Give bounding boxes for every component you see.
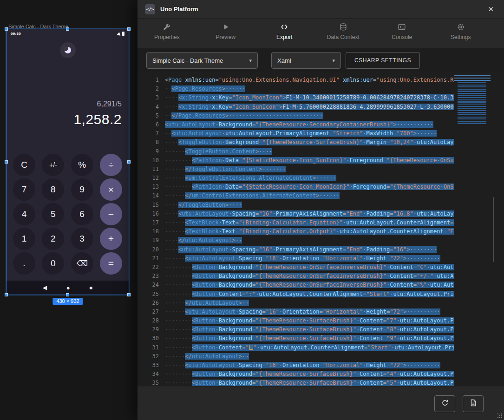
key-decimal[interactable]: . <box>13 252 35 275</box>
code-line[interactable]: 32······</utu:AutoLayout>·· <box>137 352 454 361</box>
tab-data-context[interactable]: Data Context <box>314 23 373 48</box>
code-line[interactable]: 17······<TextBlock·Text="{Binding·Calcul… <box>137 218 454 227</box>
key-8[interactable]: 8 <box>42 178 64 201</box>
code-line[interactable]: 27······<utu:AutoLayout·Spacing="16"·Ori… <box>137 308 454 316</box>
code-line[interactable]: 11······</ToggleButton.Content>······· <box>137 165 454 174</box>
code-line[interactable]: 20····<utu:AutoLayout·Spacing="16"·Prima… <box>137 245 454 254</box>
code-line[interactable]: 21······<utu:AutoLayout·Spacing="16"·Ori… <box>137 254 454 263</box>
tab-console[interactable]: Console <box>373 23 432 48</box>
key-9[interactable]: 9 <box>71 178 93 201</box>
scrollbar-thumb[interactable] <box>493 197 494 262</box>
tab-properties[interactable]: Properties <box>137 23 196 48</box>
selection-handle[interactable] <box>5 27 8 31</box>
code-line[interactable]: 7··<utu:AutoLayout·utu:AutoLayout.Primar… <box>137 129 454 138</box>
code-lines[interactable]: 1<Page xmlns:uen="using:Uno.Extensions.N… <box>137 76 454 387</box>
title-bar: </> Uno Platform ✕ <box>137 0 504 19</box>
code-line[interactable]: 31········<Button·Content=""·utu:AutoLay… <box>137 343 454 352</box>
code-line[interactable]: 15····</ToggleButton>···· <box>137 201 454 210</box>
selection-handle[interactable] <box>127 293 131 296</box>
key-equals[interactable]: = <box>100 252 122 275</box>
key-divide[interactable]: ÷ <box>100 154 122 176</box>
key-2[interactable]: 2 <box>42 228 64 250</box>
key-0[interactable]: 0 <box>42 252 64 275</box>
export-toolbar: Simple Calc - Dark Theme ▾ Xaml ▾ CSHARP… <box>137 48 504 72</box>
key-1[interactable]: 1 <box>13 228 35 250</box>
code-line[interactable]: 19····</utu:AutoLayout>·· <box>137 236 454 245</box>
key-add[interactable]: + <box>100 228 122 250</box>
code-line[interactable]: 28········<Button·Background="{ThemeReso… <box>137 316 454 325</box>
key-3[interactable]: 3 <box>71 228 93 250</box>
key-plusminus[interactable]: +/- <box>42 154 64 176</box>
recents-icon[interactable]: ■ <box>90 285 93 290</box>
minimap[interactable] <box>454 75 491 125</box>
code-line[interactable]: 12······<um:ControlExtensions.AlternateC… <box>137 174 454 183</box>
code-line[interactable]: 34········<Button·Background="{ThemeReso… <box>137 370 454 379</box>
selection-handle[interactable] <box>5 293 8 296</box>
selection-handle[interactable] <box>5 160 8 164</box>
export-file-button[interactable] <box>463 395 484 412</box>
line-number: 31 <box>137 343 159 352</box>
code-line[interactable]: 4····<x:String·x:Key="Icon_SunIcon">F1·M… <box>137 103 454 112</box>
code-line[interactable]: 5··</Page.Resources>····················… <box>137 112 454 120</box>
code-line[interactable]: 18······<TextBlock·Text="{Binding·Calcul… <box>137 227 454 236</box>
key-percent[interactable]: % <box>71 154 93 176</box>
resize-grip[interactable] <box>497 413 502 418</box>
code-line[interactable]: 2··<Page.Resources>······ <box>137 85 454 93</box>
moon-icon <box>65 47 71 53</box>
code-line[interactable]: 14······</um:ControlExtensions.Alternate… <box>137 191 454 200</box>
code-line[interactable]: 1<Page xmlns:uen="using:Uno.Extensions.N… <box>137 76 454 85</box>
code-line[interactable]: 23········<Button·Background="{ThemeReso… <box>137 272 454 281</box>
selection-handle[interactable] <box>127 27 131 31</box>
refresh-button[interactable] <box>434 395 455 412</box>
code-line[interactable]: 24········<Button·Background="{ThemeReso… <box>137 281 454 289</box>
selection-handle[interactable] <box>66 27 69 31</box>
key-6[interactable]: 6 <box>71 203 93 225</box>
code-line[interactable]: 35········<Button·Background="{ThemeReso… <box>137 379 454 387</box>
line-number: 4 <box>137 103 159 112</box>
format-select-dropdown[interactable]: Xaml ▾ <box>271 52 341 69</box>
line-number: 27 <box>137 308 159 316</box>
selection-handle[interactable] <box>127 160 131 164</box>
selection-handle[interactable] <box>66 293 69 296</box>
artboard-title: Simple Calc - Dark Theme <box>8 24 68 29</box>
code-line[interactable]: 6<utu:AutoLayout·Background="{ThemeResou… <box>137 120 454 129</box>
key-4[interactable]: 4 <box>13 203 35 225</box>
code-line[interactable]: 22········<Button·Background="{ThemeReso… <box>137 263 454 272</box>
code-line[interactable]: 29········<Button·Background="{ThemeReso… <box>137 325 454 334</box>
code-line[interactable]: 8····<ToggleButton·Background="{ThemeRes… <box>137 138 454 147</box>
line-number: 1 <box>137 76 159 85</box>
line-number: 10 <box>137 156 159 165</box>
code-line[interactable]: 3····<x:String·x:Key="Icon_MoonIcon">F1·… <box>137 93 454 102</box>
database-icon <box>339 23 347 31</box>
code-line[interactable]: 33······<utu:AutoLayout·Spacing="16"·Ori… <box>137 361 454 370</box>
key-5[interactable]: 5 <box>42 203 64 225</box>
line-number: 19 <box>137 236 159 245</box>
phone-artboard[interactable]: 09:30 6,291/5 1,258.2 C +/- % ÷ 7 8 9 <box>7 29 129 295</box>
key-multiply[interactable]: × <box>100 178 122 201</box>
code-editor[interactable]: 1<Page xmlns:uen="using:Uno.Extensions.N… <box>137 72 504 387</box>
line-number: 17 <box>137 218 159 227</box>
page-select-dropdown[interactable]: Simple Calc - Dark Theme ▾ <box>146 52 258 69</box>
code-line[interactable]: 16····<utu:AutoLayout·Spacing="16"·Prima… <box>137 210 454 218</box>
key-7[interactable]: 7 <box>13 178 35 201</box>
tab-export[interactable]: Export <box>255 23 314 48</box>
window-title: Uno Platform <box>160 6 198 13</box>
tab-settings[interactable]: Settings <box>432 23 491 48</box>
code-line[interactable]: 26······</utu:AutoLayout>·· <box>137 299 454 308</box>
key-clear[interactable]: C <box>13 154 35 176</box>
line-number: 5 <box>137 112 159 120</box>
code-line[interactable]: 13········<PathIcon·Data="{StaticResourc… <box>137 183 454 191</box>
back-icon[interactable]: ◀ <box>43 284 47 291</box>
csharp-settings-button[interactable]: CSHARP SETTINGS <box>346 52 420 69</box>
key-backspace[interactable]: ⌫ <box>71 252 93 275</box>
close-icon[interactable]: ✕ <box>485 4 497 14</box>
refresh-icon <box>441 399 449 408</box>
key-subtract[interactable]: − <box>100 203 122 225</box>
home-icon[interactable]: ● <box>66 284 70 291</box>
code-line[interactable]: 30········<Button·Background="{ThemeReso… <box>137 334 454 343</box>
theme-toggle-button[interactable] <box>60 42 76 58</box>
code-line[interactable]: 25········<Button·Content="÷"·utu:AutoLa… <box>137 290 454 299</box>
code-line[interactable]: 9······<ToggleButton.Content>···· <box>137 147 454 156</box>
tab-preview[interactable]: Preview <box>196 23 255 48</box>
code-line[interactable]: 10········<PathIcon·Data="{StaticResourc… <box>137 156 454 165</box>
